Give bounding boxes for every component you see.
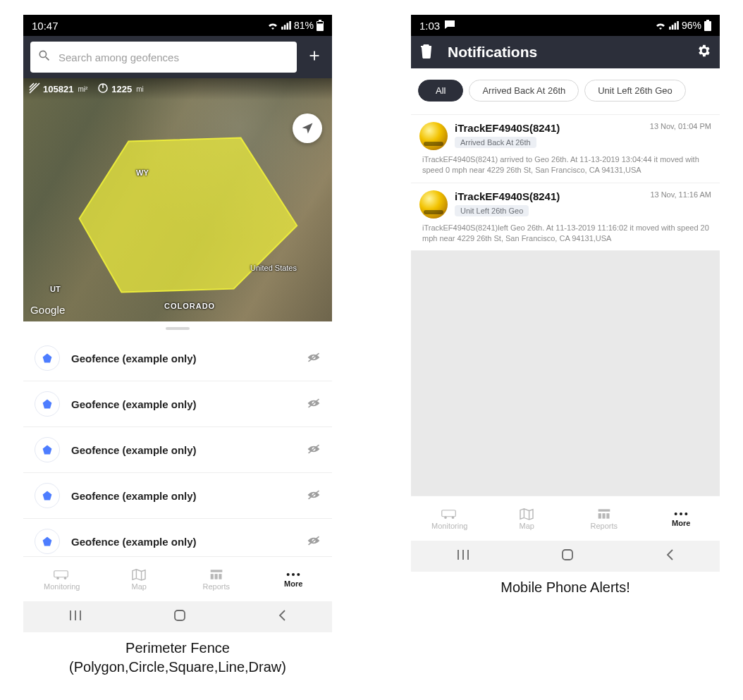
tab-map-label: Map xyxy=(520,522,534,530)
visibility-off-icon[interactable] xyxy=(307,351,321,366)
tab-reports-label: Reports xyxy=(590,522,618,530)
geofence-item[interactable]: Geofence (example only) xyxy=(23,473,332,519)
notification-tag: Unit Left 26th Geo xyxy=(455,205,529,216)
search-box[interactable] xyxy=(30,42,297,73)
nav-home[interactable] xyxy=(173,608,187,625)
tab-more[interactable]: More xyxy=(643,496,720,541)
signal-icon xyxy=(281,21,291,30)
geofence-item[interactable]: Geofence (example only) xyxy=(23,519,332,556)
my-location-button[interactable] xyxy=(293,113,322,143)
bus-icon xyxy=(441,508,458,520)
android-nav xyxy=(411,541,720,572)
tab-reports[interactable]: Reports xyxy=(565,496,643,541)
svg-marker-11 xyxy=(43,491,52,501)
nav-home[interactable] xyxy=(560,548,575,565)
svg-rect-36 xyxy=(606,513,609,519)
caption-left: Perimeter Fence (Polygon,Circle,Square,L… xyxy=(23,639,333,677)
visibility-off-icon[interactable] xyxy=(307,489,321,503)
nav-back[interactable] xyxy=(277,608,287,625)
svg-marker-9 xyxy=(43,446,52,455)
battery-icon xyxy=(317,20,324,31)
nav-back[interactable] xyxy=(665,548,675,565)
tab-more-label: More xyxy=(284,579,302,588)
geofence-item[interactable]: Geofence (example only) xyxy=(23,381,332,427)
area-icon xyxy=(29,82,40,96)
map-icon xyxy=(131,568,147,581)
notification-card[interactable]: iTrackEF4940S(8241)13 Nov, 11:16 AMUnit … xyxy=(411,183,720,252)
tab-map[interactable]: Map xyxy=(489,496,566,541)
tab-monitoring[interactable]: Monitoring xyxy=(23,557,101,601)
bottom-tabs: Monitoring Map Reports More xyxy=(23,556,332,601)
more-icon xyxy=(673,510,689,517)
svg-point-24 xyxy=(287,572,290,575)
tab-monitoring-label: Monitoring xyxy=(431,522,467,530)
pentagon-icon xyxy=(35,391,60,417)
tab-more[interactable]: More xyxy=(255,557,333,601)
chip-arrived[interactable]: Arrived Back At 26th xyxy=(469,80,579,102)
battery-text: 81% xyxy=(294,20,314,31)
geofence-list[interactable]: Geofence (example only)Geofence (example… xyxy=(23,336,332,556)
perimeter-value: 1225 xyxy=(111,84,132,94)
filter-chips: All Arrived Back At 26th Unit Left 26th … xyxy=(411,68,720,115)
svg-rect-29 xyxy=(706,20,709,21)
nav-recents[interactable] xyxy=(68,609,82,625)
settings-button[interactable] xyxy=(696,43,711,61)
tab-map[interactable]: Map xyxy=(101,557,178,601)
pentagon-icon xyxy=(35,437,60,462)
phone-geofences: 10:47 81% xyxy=(23,14,333,633)
appbar xyxy=(23,36,332,78)
visibility-off-icon[interactable] xyxy=(307,443,321,458)
notifications-list[interactable]: iTrackEF4940S(8241)13 Nov, 01:04 PMArriv… xyxy=(411,115,720,496)
svg-rect-28 xyxy=(704,21,711,31)
svg-point-31 xyxy=(444,516,446,518)
chip-left[interactable]: Unit Left 26th Geo xyxy=(584,80,686,102)
map-stats: 105821 mi² 1225 mi xyxy=(23,78,332,100)
android-nav xyxy=(23,601,332,632)
more-icon xyxy=(285,571,301,578)
caption-left-line1: Perimeter Fence xyxy=(23,639,333,658)
svg-point-19 xyxy=(64,577,66,579)
notification-timestamp: 13 Nov, 01:04 PM xyxy=(650,122,711,130)
notification-title: iTrackEF4940S(8241) xyxy=(455,190,560,202)
svg-point-39 xyxy=(685,512,688,515)
svg-point-18 xyxy=(56,577,59,579)
map-icon xyxy=(519,508,534,520)
visibility-off-icon[interactable] xyxy=(307,534,321,549)
svg-rect-17 xyxy=(54,570,68,577)
notification-timestamp: 13 Nov, 11:16 AM xyxy=(650,190,711,199)
svg-marker-5 xyxy=(43,354,52,363)
statusbar: 10:47 81% xyxy=(23,15,332,36)
drag-handle[interactable] xyxy=(23,321,332,336)
tab-reports-label: Reports xyxy=(202,582,230,591)
add-geofence-button[interactable] xyxy=(304,48,325,66)
chip-all[interactable]: All xyxy=(418,80,463,102)
status-time: 10:47 xyxy=(32,20,59,32)
svg-marker-13 xyxy=(43,537,52,546)
geofence-item[interactable]: Geofence (example only) xyxy=(23,427,332,473)
search-input[interactable] xyxy=(57,51,290,64)
chat-icon xyxy=(444,20,455,32)
svg-rect-30 xyxy=(442,510,456,516)
battery-icon xyxy=(704,20,711,31)
google-logo: Google xyxy=(30,304,66,316)
status-time: 1:03 xyxy=(419,20,440,32)
delete-button[interactable] xyxy=(419,43,434,61)
caption-left-line2: (Polygon,Circle,Square,Line,Draw) xyxy=(23,658,333,677)
svg-rect-21 xyxy=(210,574,213,579)
svg-marker-7 xyxy=(43,400,52,409)
pentagon-icon xyxy=(35,529,60,554)
svg-rect-20 xyxy=(210,570,222,572)
nav-recents[interactable] xyxy=(456,548,470,564)
map-area[interactable]: 105821 mi² 1225 mi WY UT COL xyxy=(23,78,332,321)
svg-rect-1 xyxy=(319,20,321,21)
geofence-name: Geofence (example only) xyxy=(71,536,197,548)
area-unit: mi² xyxy=(78,85,87,93)
pentagon-icon xyxy=(35,483,60,508)
battery-text: 96% xyxy=(682,20,701,31)
svg-rect-35 xyxy=(602,513,605,519)
tab-monitoring[interactable]: Monitoring xyxy=(411,496,489,541)
notification-card[interactable]: iTrackEF4940S(8241)13 Nov, 01:04 PMArriv… xyxy=(411,115,720,183)
visibility-off-icon[interactable] xyxy=(307,397,321,412)
geofence-item[interactable]: Geofence (example only) xyxy=(23,336,332,381)
tab-reports[interactable]: Reports xyxy=(178,557,255,601)
